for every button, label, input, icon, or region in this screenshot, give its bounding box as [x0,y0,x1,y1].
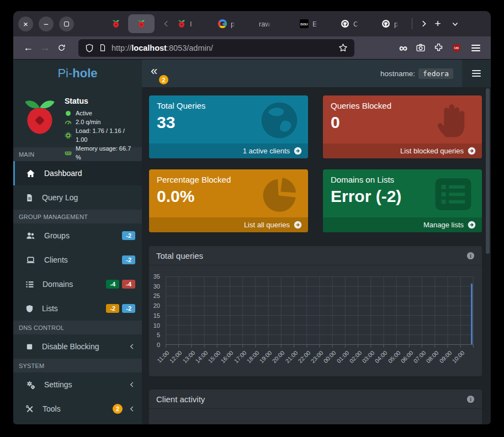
close-icon: × [23,19,28,29]
sidebar-item-groups[interactable]: Groups -2 [13,223,142,248]
tab-docker[interactable]: E [295,11,336,36]
arrow-circle-icon [294,147,302,155]
menu-hamburger-icon[interactable] [470,44,482,52]
info-icon[interactable] [466,252,475,260]
sidebar-item-settings[interactable]: Settings [13,372,142,397]
tab-pinned-pihole[interactable] [106,11,126,36]
panel-title: Total queries [156,251,203,260]
github-icon [341,19,349,28]
reload-icon [57,44,66,52]
list-all-tabs-button[interactable] [445,16,461,31]
card-footer-link[interactable]: 1 active clients [149,143,308,158]
status-rate: 2.0 q/min [76,118,100,126]
card-footer-link[interactable]: List all queries [149,217,308,232]
tab-github-1[interactable]: C [336,11,376,36]
sidebar-item-domains[interactable]: Domains -4 -4 [13,272,142,296]
card-percentage-blocked[interactable]: Percentage Blocked 0.0% List all queries [149,169,308,232]
chevron-left-icon [162,20,170,28]
status-title: Status [65,97,137,105]
desktop-background: × − I p [0,0,504,437]
section-header-dns-control: DNS CONTROL [13,321,142,334]
tab-github-2[interactable]: p [376,11,410,36]
app-menu-button[interactable] [462,60,491,87]
total-queries-plot[interactable] [166,276,474,345]
scrollbar-thumb[interactable] [486,88,490,254]
url-text[interactable]: http://localhost:8053/admin/ [112,44,333,52]
sidebar-collapse-icon[interactable]: « [151,65,157,77]
main-content: Total Queries 33 1 active clients [142,87,491,424]
new-tab-button[interactable]: + [430,16,445,31]
count-badge: -4 [106,280,119,289]
section-header-group-management: GROUP MANAGEMENT [13,210,142,223]
extensions-puzzle-icon[interactable] [434,43,443,52]
page-scrollbar[interactable] [485,88,490,424]
ublock-origin-icon[interactable] [452,43,461,53]
active-dot-icon [65,110,72,117]
panel-total-queries: Total queries 05101520253035 11:0012:001… [149,246,482,376]
back-button[interactable]: ← [20,40,36,56]
scroll-tabs-right-button[interactable] [415,16,430,31]
tab-pihole-docs[interactable]: I [172,11,213,36]
tab-google[interactable]: p [213,11,254,36]
pihole-logo-text[interactable]: Pi-hole [13,60,142,87]
google-icon [218,19,227,28]
gears-icon [25,380,36,390]
hamburger-icon [472,73,481,74]
page-info-icon[interactable] [99,44,107,52]
bookmark-star-icon[interactable] [338,43,348,52]
card-domains-on-lists[interactable]: Domains on Lists Error (-2) Manage lists [323,169,482,232]
forward-button[interactable]: → [36,40,53,56]
reload-button[interactable] [53,40,70,56]
scroll-tabs-left-button[interactable] [157,16,172,31]
raspberry-icon [137,19,146,28]
memory-icon [65,150,72,157]
sidebar-item-tools[interactable]: Tools 2 [13,397,142,421]
tab-title: p [231,20,235,28]
screenshot-camera-icon[interactable] [416,43,426,52]
card-total-queries[interactable]: Total Queries 33 1 active clients [149,95,308,158]
minimize-button[interactable]: − [39,17,54,31]
raspberry-icon [112,19,120,28]
globe-icon [257,100,301,141]
chevron-left-icon [129,381,135,388]
tab-raw[interactable]: raw. [254,11,295,36]
container-tabs-icon[interactable]: ∞ [399,42,407,54]
card-footer-link[interactable]: Manage lists [323,217,482,232]
github-icon [381,19,390,28]
maximize-button[interactable] [59,17,74,31]
total-queries-chart[interactable]: 05101520253035 11:0012:0013:0014:0015:00… [149,265,482,376]
tab-active-pihole[interactable] [128,14,155,33]
sidebar-item-label: Clients [44,255,68,264]
sidebar-item-lists[interactable]: Lists -2 -2 [13,296,142,321]
total-queries-ylabels: 05101520253035 [149,276,163,345]
close-button[interactable]: × [18,17,33,31]
sidebar-item-label: Settings [44,380,72,389]
header-main: « 2 hostname: fedora [142,60,462,87]
chevron-left-icon [129,343,135,350]
hostname-value: fedora [418,68,453,79]
tab-title: p [394,20,398,28]
url-bar[interactable]: http://localhost:8053/admin/ [78,39,354,57]
count-badge: -4 [122,280,135,289]
info-icon[interactable] [466,395,475,403]
sidebar-item-query-log[interactable]: Query Log [13,185,142,210]
sidebar-item-label: Domains [43,280,73,289]
app-body: Status Active 2.0 q/min Load: 1.76 / 1.1… [13,87,491,424]
sidebar-item-disable-blocking[interactable]: Disable Blocking [13,334,142,359]
app-header: Pi-hole « 2 hostname: fedora [13,60,491,87]
file-icon [25,193,34,202]
card-footer-link[interactable]: List blocked queries [323,143,482,158]
sidebar-item-dashboard[interactable]: Dashboard [13,161,142,185]
pihole-app: Pi-hole « 2 hostname: fedora [13,60,491,424]
y-tick-label: 0 [157,342,160,348]
tracking-shield-icon[interactable] [85,44,94,52]
y-tick-label: 35 [153,273,160,280]
browser-toolbar: ← → http://localhost:8053/admin/ ∞ [13,36,491,60]
panel-client-activity: Client activity [149,390,482,424]
query-bar[interactable] [471,284,473,344]
y-tick-label: 15 [153,312,160,319]
card-queries-blocked[interactable]: Queries Blocked 0 List blocked queries [323,95,482,158]
raspberry-icon [177,19,186,28]
hand-stop-icon [431,100,475,141]
sidebar-item-clients[interactable]: Clients -2 [13,248,142,272]
